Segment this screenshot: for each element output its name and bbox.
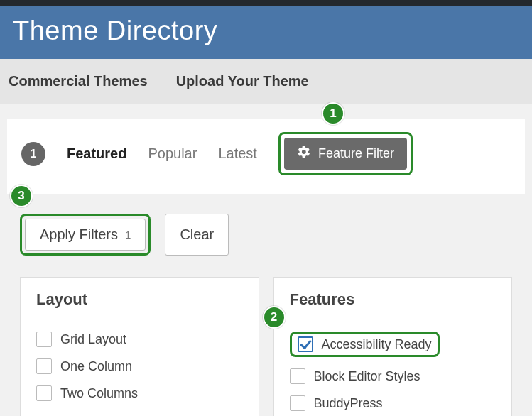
gear-icon bbox=[297, 145, 311, 163]
checkbox-label[interactable]: Two Columns bbox=[60, 386, 138, 401]
checkbox-label[interactable]: BuddyPress bbox=[314, 396, 383, 411]
checkbox-accessibility-ready[interactable] bbox=[298, 336, 313, 352]
layout-group-title: Layout bbox=[36, 290, 243, 309]
checkbox-label[interactable]: Grid Layout bbox=[60, 332, 126, 347]
top-admin-bar bbox=[0, 0, 532, 6]
checkbox-two-columns[interactable] bbox=[36, 385, 52, 401]
list-item: Grid Layout bbox=[36, 326, 243, 353]
list-item: One Column bbox=[36, 353, 243, 380]
tab-latest[interactable]: Latest bbox=[218, 143, 256, 165]
checkbox-label[interactable]: Block Editor Styles bbox=[314, 369, 420, 384]
list-item: Two Columns bbox=[36, 380, 243, 407]
tabs-row: 1 Featured Popular Latest Feature Filter bbox=[7, 119, 525, 194]
highlight-box-2: Accessibility Ready bbox=[290, 332, 440, 357]
list-item: Block Editor Styles bbox=[290, 363, 496, 390]
checkbox-label[interactable]: Accessibility Ready bbox=[322, 337, 432, 352]
tab-featured[interactable]: Featured bbox=[67, 143, 126, 165]
apply-filters-button[interactable]: Apply Filters 1 bbox=[25, 219, 146, 251]
filter-groups: Layout Grid Layout One Column Two Column… bbox=[0, 264, 532, 416]
upload-theme-link[interactable]: Upload Your Theme bbox=[176, 73, 309, 89]
list-item: BuddyPress bbox=[290, 390, 496, 416]
page-title: Theme Directory bbox=[13, 16, 519, 46]
commercial-themes-link[interactable]: Commercial Themes bbox=[9, 73, 148, 89]
filters-bar: Apply Filters 1 Clear bbox=[0, 194, 532, 264]
tab-popular[interactable]: Popular bbox=[148, 143, 197, 165]
apply-filters-count: 1 bbox=[125, 229, 131, 241]
subnav: Commercial Themes Upload Your Theme bbox=[0, 59, 532, 104]
feature-filter-button[interactable]: Feature Filter bbox=[284, 138, 407, 170]
layout-group: Layout Grid Layout One Column Two Column… bbox=[20, 277, 259, 416]
feature-filter-label: Feature Filter bbox=[318, 146, 394, 161]
annotation-badge-2: 2 bbox=[263, 306, 286, 329]
checkbox-buddypress[interactable] bbox=[290, 395, 305, 411]
checkbox-one-column[interactable] bbox=[36, 358, 52, 374]
annotation-badge-1: 1 bbox=[322, 102, 344, 125]
features-group-title: Features bbox=[290, 290, 496, 309]
page-title-bar: Theme Directory bbox=[0, 6, 532, 59]
highlight-box-3: Apply Filters 1 bbox=[20, 214, 151, 256]
checkbox-label[interactable]: One Column bbox=[60, 359, 132, 374]
theme-browser-panel: 1 1 Featured Popular Latest Feature Filt… bbox=[7, 119, 525, 194]
checkbox-block-editor-styles[interactable] bbox=[290, 368, 305, 384]
clear-filters-button[interactable]: Clear bbox=[165, 214, 229, 256]
annotation-badge-3: 3 bbox=[10, 185, 33, 207]
theme-count-badge: 1 bbox=[21, 142, 45, 166]
highlight-box-1: Feature Filter bbox=[278, 132, 413, 175]
features-group: 2 Features Accessibility Ready Block Edi… bbox=[273, 277, 513, 416]
apply-filters-label: Apply Filters bbox=[40, 226, 118, 243]
checkbox-grid-layout[interactable] bbox=[36, 332, 52, 347]
list-item: Accessibility Ready bbox=[290, 326, 496, 363]
